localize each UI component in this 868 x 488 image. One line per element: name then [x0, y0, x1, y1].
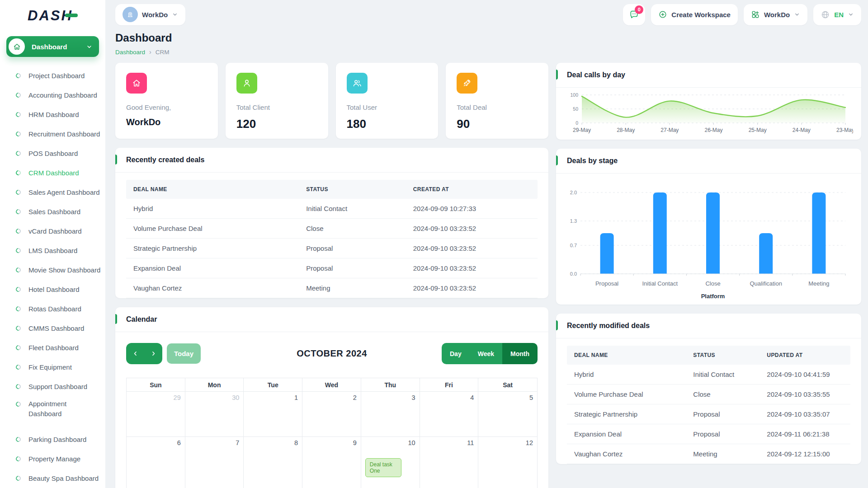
- sidebar-item-label: Appointment Dashboard: [28, 399, 74, 419]
- sidebar-item-lms-dashboard[interactable]: LMS Dashboard: [0, 241, 105, 260]
- table-row[interactable]: Expansion DealProposal2024-09-11 06:21:3…: [567, 424, 850, 444]
- calendar-event[interactable]: Deal task One: [365, 458, 401, 477]
- radio-circle-icon: [15, 111, 22, 118]
- card-header: Recently created deals: [115, 148, 548, 173]
- table-cell: 2024-09-10 04:41:59: [760, 365, 850, 384]
- sidebar-item-accounting-dashboard[interactable]: Accounting Dashboard: [0, 85, 105, 105]
- sidebar-item-sales-dashboard[interactable]: Sales Dashboard: [0, 202, 105, 221]
- card-title: Deal calls by day: [567, 71, 625, 79]
- building-icon: [123, 7, 138, 22]
- sidebar-item-crm-dashboard[interactable]: CRM Dashboard: [0, 163, 105, 183]
- calendar-cell[interactable]: 9: [302, 437, 361, 488]
- svg-text:23-May: 23-May: [836, 127, 853, 133]
- workdo-menu-button[interactable]: WorkDo: [744, 4, 807, 25]
- calendar-cell[interactable]: 11: [420, 437, 479, 488]
- calendar-cell[interactable]: 5: [478, 392, 537, 437]
- calendar-today-button[interactable]: Today: [167, 343, 201, 364]
- calendar-prev-button[interactable]: [126, 343, 144, 364]
- calendar-grid: SunMonTueWedThuFriSat 293012345678910Dea…: [126, 378, 538, 488]
- calendar-cell[interactable]: 2: [302, 392, 361, 437]
- table-cell: Initial Contact: [686, 365, 760, 384]
- table-cell: Proposal: [686, 404, 760, 424]
- sidebar-item-rotas-dashboard[interactable]: Rotas Dashboard: [0, 299, 105, 319]
- table-row[interactable]: Strategic PartnershipProposal2024-09-10 …: [567, 404, 850, 424]
- table-row[interactable]: Vaughan CortezMeeting2024-09-10 03:23:52: [126, 278, 538, 298]
- app-logo[interactable]: DASH: [0, 0, 105, 27]
- sidebar-item-dashboard[interactable]: Dashboard: [6, 36, 99, 57]
- rocket-icon: [457, 73, 477, 94]
- table-row[interactable]: Vaughan CortezMeeting2024-09-12 12:15:00: [567, 444, 850, 464]
- table-row[interactable]: Expansion DealProposal2024-09-10 03:23:5…: [126, 258, 538, 278]
- sidebar-item-hrm-dashboard[interactable]: HRM Dashboard: [0, 105, 105, 124]
- calendar-cell[interactable]: 29: [127, 392, 185, 437]
- sidebar-item-fix-equipment[interactable]: Fix Equipment: [0, 357, 105, 377]
- calendar-day-number: 30: [189, 394, 240, 401]
- workspace-selector[interactable]: WorkDo: [115, 4, 185, 25]
- recently-created-deals-table: DEAL NAMESTATUSCREATED AT HybridInitial …: [126, 180, 538, 298]
- sidebar-item-recruitment-dashboard[interactable]: Recruitment Dashboard: [0, 124, 105, 144]
- radio-circle-icon: [15, 150, 22, 157]
- stat-card-total-deal-90: Total Deal90: [446, 63, 548, 139]
- breadcrumb-dashboard-link[interactable]: Dashboard: [115, 49, 145, 56]
- calendar-cell[interactable]: 6: [127, 437, 185, 488]
- sidebar-item-pos-dashboard[interactable]: POS Dashboard: [0, 144, 105, 163]
- sidebar-item-fleet-dashboard[interactable]: Fleet Dashboard: [0, 338, 105, 357]
- table-row[interactable]: Strategic PartnershipProposal2024-09-10 …: [126, 239, 538, 258]
- calendar-cell[interactable]: 10Deal task One: [361, 437, 420, 488]
- table-row[interactable]: Volume Purchase DealClose2024-09-10 03:2…: [126, 219, 538, 239]
- calendar-next-button[interactable]: [144, 343, 162, 364]
- table-cell: 2024-09-10 03:23:52: [406, 258, 538, 278]
- home-icon: [9, 38, 25, 55]
- radio-circle-icon: [15, 364, 22, 371]
- table-row[interactable]: Volume Purchase DealClose2024-09-10 03:3…: [567, 385, 850, 404]
- sidebar-menu: Project DashboardAccounting DashboardHRM…: [0, 63, 105, 488]
- stat-label: Total Deal: [457, 103, 538, 111]
- sidebar-item-vcard-dashboard[interactable]: vCard Dashboard: [0, 221, 105, 241]
- sidebar-item-beauty-spa-dashboard[interactable]: Beauty Spa Dashboard: [0, 469, 105, 488]
- table-header-row: DEAL NAMESTATUSUPDATED AT: [567, 346, 850, 365]
- sidebar-item-property-manage[interactable]: Property Manage: [0, 449, 105, 469]
- calendar-cell[interactable]: 7: [185, 437, 244, 488]
- calendar-cell[interactable]: 1: [244, 392, 302, 437]
- create-workspace-button[interactable]: Create Workspace: [651, 4, 738, 25]
- sidebar-item-label: CRM Dashboard: [28, 169, 79, 177]
- stat-value: 90: [457, 117, 538, 131]
- column-header: STATUS: [299, 180, 406, 199]
- sidebar-item-label: CMMS Dashboard: [28, 324, 84, 332]
- sidebar-item-label: Property Manage: [28, 455, 80, 463]
- table-row[interactable]: HybridInitial Contact2024-09-10 04:41:59: [567, 365, 850, 385]
- messages-button[interactable]: 0: [623, 4, 645, 25]
- create-workspace-label: Create Workspace: [671, 11, 731, 19]
- radio-circle-icon: [15, 247, 22, 254]
- table-row[interactable]: HybridInitial Contact2024-09-09 10:27:33: [126, 199, 538, 219]
- sidebar-item-sales-agent-dashboard[interactable]: Sales Agent Dashboard: [0, 183, 105, 202]
- calendar-week-row: 678910Deal task One1112: [127, 437, 537, 488]
- sidebar-item-appointment-dashboard[interactable]: Appointment Dashboard: [0, 396, 105, 430]
- sidebar-item-support-dashboard[interactable]: Support Dashboard: [0, 377, 105, 396]
- calendar-cell[interactable]: 3: [361, 392, 420, 437]
- calendar-cell[interactable]: 4: [420, 392, 479, 437]
- stat-cards: Good Evening,WorkDoTotal Client120Total …: [115, 63, 548, 139]
- sidebar-item-movie-show-dashboard[interactable]: Movie Show Dashboard: [0, 260, 105, 280]
- table-cell: 2024-09-10 03:35:07: [760, 404, 850, 424]
- card-title: Calendar: [126, 315, 157, 323]
- table-cell: Close: [686, 385, 760, 404]
- left-column: Good Evening,WorkDoTotal Client120Total …: [115, 63, 548, 488]
- sidebar-item-cmms-dashboard[interactable]: CMMS Dashboard: [0, 319, 105, 338]
- radio-circle-icon: [15, 436, 22, 443]
- table-cell: 2024-09-11 06:21:38: [760, 424, 850, 444]
- calendar-view-week-button[interactable]: Week: [470, 343, 502, 364]
- calendar-cell[interactable]: 8: [244, 437, 302, 488]
- sidebar-item-project-dashboard[interactable]: Project Dashboard: [0, 66, 105, 85]
- sidebar-item-label: Project Dashboard: [28, 72, 85, 80]
- calendar-cell[interactable]: 30: [185, 392, 244, 437]
- column-header: CREATED AT: [406, 180, 538, 199]
- calendar-view-month-button[interactable]: Month: [502, 343, 538, 364]
- language-selector[interactable]: EN: [813, 4, 861, 25]
- sidebar-item-label: Fix Equipment: [28, 363, 72, 371]
- sidebar-item-hotel-dashboard[interactable]: Hotel Dashboard: [0, 280, 105, 299]
- sidebar-item-parking-dashboard[interactable]: Parking Dashboard: [0, 430, 105, 449]
- recently-modified-deals-card: Recently modified deals DEAL NAMESTATUSU…: [556, 314, 861, 464]
- calendar-cell[interactable]: 12: [478, 437, 537, 488]
- calendar-view-day-button[interactable]: Day: [442, 343, 470, 364]
